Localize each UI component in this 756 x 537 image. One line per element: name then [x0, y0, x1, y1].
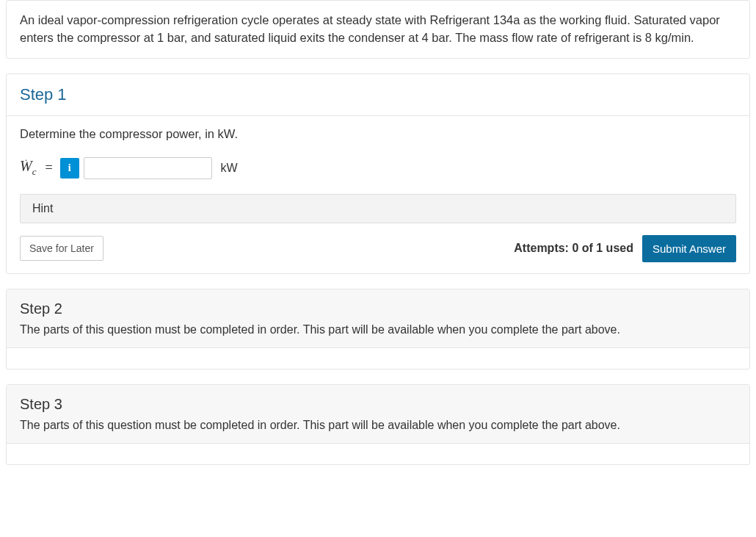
info-icon[interactable]: i	[60, 158, 79, 179]
save-for-later-button[interactable]: Save for Later	[20, 236, 103, 261]
variable-label: · Wc	[20, 158, 37, 178]
step2-title: Step 2	[20, 300, 736, 317]
step3-locked-message: The parts of this question must be compl…	[20, 419, 736, 432]
step2-body	[7, 348, 749, 369]
step3-title: Step 3	[20, 396, 736, 413]
right-actions: Attempts: 0 of 1 used Submit Answer	[514, 235, 736, 262]
step1-panel: Step 1 Determine the compressor power, i…	[6, 73, 750, 274]
hint-button[interactable]: Hint	[20, 194, 736, 223]
step3-body	[7, 444, 749, 464]
step2-locked-message: The parts of this question must be compl…	[20, 323, 736, 336]
equals-sign: =	[45, 160, 52, 176]
dot-accent: ·	[25, 155, 27, 166]
action-row: Save for Later Attempts: 0 of 1 used Sub…	[20, 235, 736, 262]
variable-subscript: c	[32, 166, 37, 177]
problem-statement: An ideal vapor-compression refrigeration…	[20, 12, 736, 47]
step2-panel: Step 2 The parts of this question must b…	[6, 289, 750, 370]
problem-panel: An ideal vapor-compression refrigeration…	[6, 0, 750, 59]
unit-label: kW	[221, 162, 238, 175]
step3-panel: Step 3 The parts of this question must b…	[6, 384, 750, 465]
step1-header: Step 1	[7, 74, 749, 116]
step1-title: Step 1	[20, 85, 736, 104]
attempts-label: Attempts: 0 of 1 used	[514, 242, 633, 255]
submit-answer-button[interactable]: Submit Answer	[642, 235, 736, 262]
step3-header: Step 3 The parts of this question must b…	[7, 385, 749, 444]
step2-header: Step 2 The parts of this question must b…	[7, 289, 749, 348]
answer-row: · Wc = i kW	[20, 157, 736, 179]
answer-input[interactable]	[84, 157, 212, 179]
step1-question: Determine the compressor power, in kW.	[20, 127, 736, 141]
